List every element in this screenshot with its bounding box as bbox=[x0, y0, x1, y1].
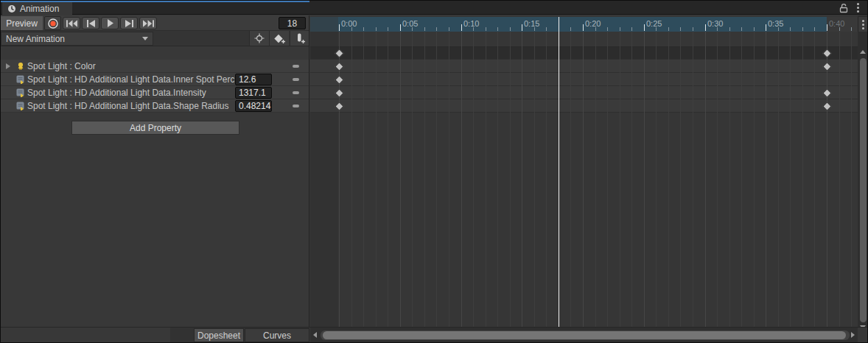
keyframe-diamond[interactable] bbox=[822, 62, 832, 71]
ruler-tick bbox=[656, 27, 657, 31]
bottom-strip: Dopesheet Curves bbox=[1, 327, 867, 342]
horizontal-scrollbar-thumb[interactable] bbox=[323, 331, 846, 339]
ruler-tick bbox=[351, 27, 352, 31]
ruler-tick bbox=[412, 27, 413, 31]
timeline-ruler[interactable]: 0:000:050:100:150:200:250:300:350:40 bbox=[310, 17, 858, 32]
scroll-up-arrow[interactable] bbox=[860, 50, 866, 54]
record-button[interactable] bbox=[44, 16, 61, 30]
ruler-ticks: 0:000:050:100:150:200:250:300:350:40 bbox=[310, 17, 858, 32]
ruler-tick bbox=[631, 27, 632, 31]
ruler-tick bbox=[339, 24, 340, 31]
window-menu-icon[interactable] bbox=[854, 3, 861, 13]
ruler-tick bbox=[436, 27, 437, 31]
horizontal-scrollbar[interactable] bbox=[310, 328, 858, 343]
clip-dropdown[interactable]: New Animation bbox=[1, 32, 153, 46]
keyframe-diamond[interactable] bbox=[822, 88, 832, 98]
keyframe-diamond[interactable] bbox=[335, 75, 344, 85]
add-event-icon bbox=[295, 33, 305, 43]
keyframe-diamond[interactable] bbox=[335, 102, 344, 111]
ruler-tick bbox=[827, 24, 827, 31]
dopesheet-grid[interactable] bbox=[310, 32, 858, 327]
pane-divider[interactable] bbox=[309, 15, 309, 327]
ruler-tick-label: 0:05 bbox=[402, 19, 418, 28]
ruler-tick-label: 0:15 bbox=[524, 19, 539, 28]
keyframe-indicator[interactable] bbox=[293, 105, 299, 107]
script-icon bbox=[16, 88, 25, 97]
tab-animation[interactable]: Animation bbox=[2, 2, 72, 15]
add-keyframe-icon bbox=[274, 34, 285, 43]
tab-curves[interactable]: Curves bbox=[245, 328, 309, 342]
go-to-end-button[interactable] bbox=[139, 17, 157, 29]
property-label: Spot Light : HD Additional Light Data.In… bbox=[27, 74, 234, 85]
keyframe-indicator[interactable] bbox=[293, 78, 299, 81]
spot-light-icon bbox=[16, 62, 25, 71]
ruler-tick bbox=[680, 27, 681, 31]
add-keyframe-button[interactable] bbox=[269, 31, 289, 46]
keyframe-diamond[interactable] bbox=[822, 49, 832, 58]
ruler-tick bbox=[449, 27, 449, 31]
keyframe-diamond[interactable] bbox=[822, 102, 832, 111]
keyframe-indicator[interactable] bbox=[293, 65, 299, 68]
ruler-tick bbox=[583, 24, 584, 31]
scroll-left-arrow[interactable] bbox=[313, 332, 317, 338]
foldout-chevron-icon[interactable] bbox=[6, 63, 10, 69]
ruler-tick bbox=[729, 27, 730, 31]
ruler-tick bbox=[741, 27, 742, 31]
clip-dropdown-value: New Animation bbox=[6, 34, 65, 44]
ruler-menu-button[interactable] bbox=[858, 17, 868, 32]
keyframe-diamond[interactable] bbox=[335, 49, 344, 58]
keyframe-indicator[interactable] bbox=[293, 91, 299, 94]
go-to-end-icon bbox=[143, 20, 154, 27]
ruler-tick bbox=[620, 27, 620, 31]
ruler-tick-label: 0:00 bbox=[341, 19, 357, 28]
keyframe-diamond[interactable] bbox=[335, 62, 344, 71]
ruler-tick-label: 0:30 bbox=[707, 19, 723, 28]
ruler-tick bbox=[705, 24, 706, 31]
ruler-tick bbox=[595, 27, 596, 31]
ruler-tick bbox=[388, 27, 388, 31]
add-property-button[interactable]: Add Property bbox=[71, 121, 239, 135]
ruler-tick-label: 0:10 bbox=[463, 19, 479, 28]
play-button[interactable] bbox=[101, 17, 119, 29]
ruler-tick-label: 0:20 bbox=[585, 19, 601, 28]
filter-by-selection-button[interactable] bbox=[249, 31, 269, 46]
add-event-button[interactable] bbox=[290, 31, 309, 46]
ruler-tick bbox=[766, 24, 766, 31]
ruler-tick bbox=[607, 27, 608, 31]
current-frame-field[interactable]: 18 bbox=[279, 17, 306, 29]
ruler-tick bbox=[754, 27, 755, 31]
property-value-field[interactable]: 12.6 bbox=[235, 74, 272, 85]
next-keyframe-button[interactable] bbox=[120, 17, 138, 29]
ruler-tick bbox=[668, 27, 669, 31]
ruler-tick bbox=[363, 27, 364, 31]
property-value-field[interactable]: 1317.1 bbox=[235, 87, 272, 99]
filter-by-selection-icon bbox=[254, 33, 265, 43]
property-value-field[interactable]: 0.482141 bbox=[235, 100, 272, 112]
ruler-tick bbox=[814, 27, 815, 31]
previous-keyframe-button[interactable] bbox=[82, 17, 99, 29]
ruler-tick bbox=[400, 24, 401, 31]
unlock-icon[interactable] bbox=[839, 3, 848, 13]
property-row-intensity[interactable]: Spot Light : HD Additional Light Data.In… bbox=[1, 86, 309, 99]
scroll-right-arrow[interactable] bbox=[851, 332, 855, 338]
play-icon bbox=[106, 19, 114, 27]
tab-dopesheet[interactable]: Dopesheet bbox=[194, 328, 244, 342]
playhead[interactable] bbox=[559, 17, 559, 327]
ruler-tick bbox=[522, 24, 522, 31]
ruler-tick-label: 0:35 bbox=[768, 19, 783, 28]
ruler-tick-label: 0:40 bbox=[829, 19, 844, 28]
property-label: Spot Light : Color bbox=[27, 61, 234, 71]
go-to-beginning-button[interactable] bbox=[63, 17, 80, 29]
property-row-shape-radius[interactable]: Spot Light : HD Additional Light Data.Sh… bbox=[1, 99, 309, 113]
preview-button[interactable]: Preview bbox=[1, 16, 43, 30]
property-row-inner-spot-percent[interactable]: Spot Light : HD Additional Light Data.In… bbox=[1, 73, 309, 86]
ruler-tick bbox=[693, 27, 693, 31]
keyframe-diamond[interactable] bbox=[335, 88, 344, 98]
vertical-scrollbar-thumb[interactable] bbox=[860, 58, 867, 322]
chevron-down-icon bbox=[142, 37, 148, 40]
property-row-color[interactable]: Spot Light : Color bbox=[1, 60, 309, 73]
left-pane: Preview 18 bbox=[1, 15, 309, 327]
dopesheet-pane: 0:000:050:100:150:200:250:300:350:40 bbox=[310, 15, 858, 327]
ruler-tick bbox=[778, 27, 779, 31]
vertical-scrollbar[interactable] bbox=[858, 15, 868, 342]
